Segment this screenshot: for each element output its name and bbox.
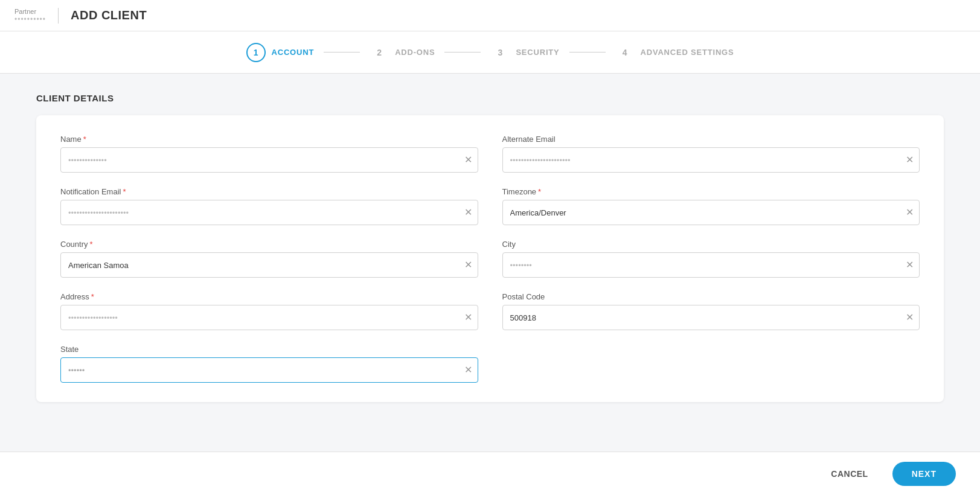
city-input-wrapper: ✕ — [502, 252, 920, 278]
step-2-number: 2 — [377, 48, 382, 57]
address-group: Address* ✕ — [60, 292, 478, 330]
notification-email-clear-button[interactable]: ✕ — [464, 208, 472, 217]
main-content: CLIENT DETAILS Name* ✕ Alternate Email ✕ — [0, 74, 980, 452]
footer: CANCEL NEXT — [0, 452, 980, 495]
alternate-email-label: Alternate Email — [502, 135, 920, 144]
name-group: Name* ✕ — [60, 135, 478, 173]
timezone-clear-button[interactable]: ✕ — [906, 208, 914, 217]
country-clear-button[interactable]: ✕ — [464, 260, 472, 270]
country-group: Country* ✕ — [60, 240, 478, 278]
next-button[interactable]: NEXT — [892, 462, 956, 486]
step-4-number: 4 — [623, 48, 627, 57]
city-group: City ✕ — [502, 240, 920, 278]
country-input-wrapper: ✕ — [60, 252, 478, 278]
name-input-wrapper: ✕ — [60, 147, 478, 173]
step-1-label: ACCOUNT — [272, 48, 315, 57]
timezone-input[interactable] — [502, 200, 920, 225]
city-label: City — [502, 240, 920, 249]
notification-email-input-wrapper: ✕ — [60, 200, 478, 225]
state-input-wrapper: ✕ — [60, 357, 478, 383]
notification-email-required: * — [123, 187, 126, 196]
country-input[interactable] — [60, 252, 478, 278]
stepper: 1 ACCOUNT 2 ADD-ONS 3 SECURITY 4 ADVANCE… — [246, 43, 734, 62]
alternate-email-clear-button[interactable]: ✕ — [906, 155, 914, 165]
state-clear-button[interactable]: ✕ — [464, 365, 472, 375]
postal-code-clear-button[interactable]: ✕ — [906, 313, 914, 322]
address-input[interactable] — [60, 305, 478, 330]
partner-label: Partner — [14, 8, 46, 15]
timezone-required: * — [538, 187, 541, 196]
step-3[interactable]: 3 SECURITY — [490, 43, 559, 62]
postal-code-label: Postal Code — [502, 292, 920, 301]
step-2-circle: 2 — [370, 43, 389, 62]
step-3-circle: 3 — [490, 43, 510, 62]
step-3-number: 3 — [498, 48, 502, 57]
address-required: * — [91, 292, 94, 301]
step-1-circle: 1 — [246, 43, 266, 62]
form-card: Name* ✕ Alternate Email ✕ Notification E… — [36, 115, 944, 402]
state-group: State ✕ — [60, 345, 478, 383]
step-3-label: SECURITY — [516, 48, 559, 57]
stepper-bar: 1 ACCOUNT 2 ADD-ONS 3 SECURITY 4 ADVANCE… — [0, 31, 980, 74]
partner-value: •••••••••• — [14, 15, 46, 24]
timezone-label: Timezone* — [502, 187, 920, 196]
connector-2-3 — [444, 52, 481, 53]
address-input-wrapper: ✕ — [60, 305, 478, 330]
timezone-input-wrapper: ✕ — [502, 200, 920, 225]
name-required: * — [83, 135, 86, 144]
section-title: CLIENT DETAILS — [36, 93, 944, 103]
connector-1-2 — [324, 52, 360, 53]
country-required: * — [90, 240, 93, 249]
connector-3-4 — [569, 52, 606, 53]
postal-code-input-wrapper: ✕ — [502, 305, 920, 330]
step-4[interactable]: 4 ADVANCED SETTINGS — [615, 43, 734, 62]
alternate-email-group: Alternate Email ✕ — [502, 135, 920, 173]
city-clear-button[interactable]: ✕ — [906, 260, 914, 270]
postal-code-input[interactable] — [502, 305, 920, 330]
notification-email-label: Notification Email* — [60, 187, 478, 196]
step-4-circle: 4 — [615, 43, 635, 62]
name-clear-button[interactable]: ✕ — [464, 155, 472, 165]
state-input[interactable] — [60, 357, 478, 383]
notification-email-input[interactable] — [60, 200, 478, 225]
city-input[interactable] — [502, 252, 920, 278]
alternate-email-input[interactable] — [502, 147, 920, 173]
step-1-number: 1 — [254, 48, 258, 57]
address-label: Address* — [60, 292, 478, 301]
name-input[interactable] — [60, 147, 478, 173]
header: Partner •••••••••• ADD CLIENT — [0, 0, 980, 31]
page-title: ADD CLIENT — [71, 8, 147, 22]
step-4-label: ADVANCED SETTINGS — [641, 48, 734, 57]
country-label: Country* — [60, 240, 478, 249]
alternate-email-input-wrapper: ✕ — [502, 147, 920, 173]
step-1[interactable]: 1 ACCOUNT — [246, 43, 315, 62]
notification-email-group: Notification Email* ✕ — [60, 187, 478, 225]
name-label: Name* — [60, 135, 478, 144]
step-2[interactable]: 2 ADD-ONS — [370, 43, 435, 62]
step-2-label: ADD-ONS — [395, 48, 435, 57]
partner-section: Partner •••••••••• — [14, 8, 59, 24]
cancel-button[interactable]: CANCEL — [819, 463, 880, 485]
form-grid: Name* ✕ Alternate Email ✕ Notification E… — [60, 135, 920, 383]
address-clear-button[interactable]: ✕ — [464, 313, 472, 322]
timezone-group: Timezone* ✕ — [502, 187, 920, 225]
state-label: State — [60, 345, 478, 354]
postal-code-group: Postal Code ✕ — [502, 292, 920, 330]
